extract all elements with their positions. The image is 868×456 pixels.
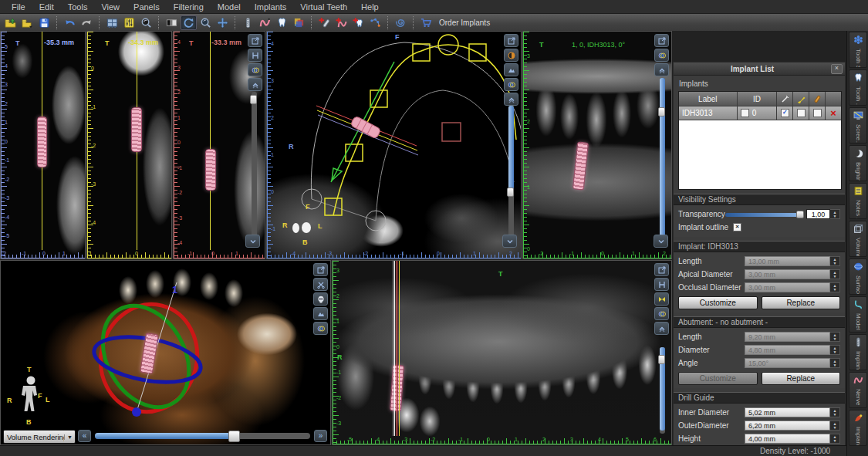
implant-icon[interactable] (240, 15, 256, 30)
scrollbar-handle[interactable] (507, 187, 514, 197)
field-value[interactable]: 15,00° (745, 358, 830, 368)
curve-handle[interactable] (413, 44, 430, 61)
nerve-icon[interactable] (257, 15, 273, 30)
height-spinbox[interactable]: 4,00 mm▲▼ (745, 434, 840, 444)
close-icon[interactable]: × (831, 64, 843, 74)
side-tab-volume[interactable]: Volume... (849, 221, 867, 257)
zoom-icon[interactable] (198, 15, 214, 30)
column-header-ruler-icon[interactable] (777, 92, 793, 106)
scroll-down-button[interactable] (654, 235, 668, 248)
add-implant-icon[interactable] (316, 15, 333, 30)
field-value[interactable]: 9,20 mm (745, 332, 830, 342)
axial-viewport[interactable]: F R F R L B 43210-1-4-3-2-1012 (266, 31, 522, 259)
spinner-buttons[interactable]: ▲▼ (830, 282, 840, 292)
side-tab-implant-screw[interactable]: Implan... (849, 334, 867, 370)
implant-id[interactable]: 0 (738, 106, 778, 120)
customize-button[interactable]: Customize (678, 372, 758, 385)
scroll-down-button[interactable] (245, 235, 260, 248)
export-icon[interactable] (248, 34, 262, 47)
contrast-orange-icon[interactable] (504, 49, 518, 62)
spinner-buttons[interactable]: ▲▼ (830, 269, 840, 279)
menu-implants[interactable]: Implants (248, 2, 294, 12)
menu-model[interactable]: Model (211, 2, 248, 12)
panoramic-viewport[interactable]: T R 3210-1-2-3-5-4-3-2-10123456 (332, 260, 672, 445)
guide-checkbox[interactable] (809, 106, 826, 120)
tooth-position-marker[interactable] (442, 123, 461, 141)
side-tab-tooth-segmentation[interactable]: Tooth Se... (849, 32, 867, 68)
length-spinbox[interactable]: 9,20 mm▲▼ (745, 332, 840, 342)
bowtie-icon[interactable] (654, 292, 669, 306)
profile-icon[interactable] (313, 307, 328, 320)
cross-section-viewport[interactable]: T 1, 0, IDH3013, 0° 3210-2-1012 (522, 31, 672, 259)
scroll-left-button[interactable]: « (78, 430, 91, 442)
slice-viewport-1[interactable]: T -35.3 mm 543210-1-2-3-4-5-2-101 (0, 31, 86, 259)
scissors-icon[interactable] (313, 278, 328, 291)
cross-scrollbar[interactable] (660, 78, 665, 240)
column-header-id[interactable]: ID (738, 92, 778, 106)
column-header-label[interactable]: Label (679, 92, 738, 106)
occlusal-diameter-spinbox[interactable]: 3,00 mm▲▼ (745, 282, 840, 292)
render-mode-dropdown[interactable]: Volume Rendering ▼ (3, 430, 76, 444)
menu-panels[interactable]: Panels (127, 2, 167, 12)
undo-icon[interactable] (62, 15, 78, 30)
column-header-screw-icon[interactable] (809, 92, 826, 106)
side-tab-nerve[interactable]: Nerve ... (849, 372, 867, 408)
rotation-gizmo[interactable] (1, 261, 331, 431)
slice-locator-line[interactable] (397, 261, 398, 436)
axial-scrollbar[interactable] (508, 106, 514, 245)
horizontal-scrollbar[interactable] (95, 433, 310, 439)
column-header-brush-icon[interactable] (793, 92, 809, 106)
field-value[interactable]: 3,00 mm (745, 282, 830, 292)
slice-viewport-2[interactable]: T -34.3 mm 0-1-2-3-4-10 (86, 31, 172, 259)
implant-label[interactable]: IDH3013 (679, 106, 738, 120)
stereo-icon[interactable] (654, 307, 669, 320)
ortho-views-icon[interactable] (291, 15, 307, 30)
slice-locator-line[interactable] (393, 261, 393, 436)
spinner-buttons[interactable]: ▲▼ (830, 358, 840, 368)
implant-axis-line[interactable] (210, 32, 211, 250)
slice-locator-line[interactable] (394, 261, 395, 436)
replace-button[interactable]: Replace (762, 296, 841, 309)
transparency-spinbox[interactable]: 1,00▲▼ (806, 209, 840, 219)
menu-edit[interactable]: Edit (32, 2, 61, 12)
export-icon[interactable] (654, 34, 669, 47)
stereo-icon[interactable] (504, 78, 518, 91)
rotate-view-icon[interactable] (181, 15, 197, 30)
tooth-icon[interactable] (274, 15, 290, 30)
implant-screw[interactable] (37, 117, 47, 167)
open-folder-icon[interactable] (19, 15, 35, 30)
scroll-right-button[interactable]: » (314, 430, 327, 442)
spinner-buttons[interactable]: ▲▼ (830, 421, 840, 431)
spinner-buttons[interactable]: ▲▼ (830, 407, 840, 417)
save-icon[interactable] (36, 15, 52, 30)
filter-sliders-icon[interactable] (121, 15, 137, 30)
profile-icon[interactable] (504, 63, 518, 76)
scrollbar-handle[interactable] (658, 107, 665, 117)
contrast-window-icon[interactable] (164, 15, 180, 30)
field-value[interactable]: 3,00 mm (745, 269, 830, 279)
stereo-icon[interactable] (313, 322, 328, 335)
slice-scrollbar[interactable] (252, 92, 257, 240)
collapse-up-icon[interactable] (248, 78, 262, 91)
implant-outline-checkbox[interactable]: × (733, 223, 741, 231)
skull-icon[interactable] (313, 292, 328, 306)
slice-viewport-3[interactable]: T -33.3 mm 43210-1-2-3-4-101 (173, 31, 265, 259)
spinner-buttons[interactable]: ▲▼ (830, 332, 840, 342)
panel-title-bar[interactable]: Implant List × (674, 62, 845, 76)
collapse-up-icon[interactable] (654, 63, 669, 76)
id-checkbox[interactable] (741, 109, 749, 117)
slider-handle[interactable] (796, 211, 804, 218)
menu-virtual-teeth[interactable]: Virtual Teeth (293, 2, 354, 12)
highlight-checkbox[interactable] (793, 106, 809, 120)
pano-scrollbar[interactable] (660, 347, 665, 434)
handle-h-icon[interactable] (248, 49, 262, 62)
scrollbar-handle[interactable] (250, 95, 257, 104)
spinner-buttons[interactable]: ▲▼ (830, 256, 840, 266)
redo-icon[interactable] (79, 15, 95, 30)
volume-3d-viewport[interactable]: 1 T R F L B Volume Rendering ▼ « » (0, 260, 331, 445)
field-value[interactable]: 4,80 mm (745, 345, 830, 355)
length-spinbox[interactable]: 13,00 mm▲▼ (745, 256, 840, 266)
implant-row[interactable]: IDH30130✓× (679, 106, 841, 120)
menu-help[interactable]: Help (354, 2, 386, 12)
menu-tools[interactable]: Tools (61, 2, 95, 12)
